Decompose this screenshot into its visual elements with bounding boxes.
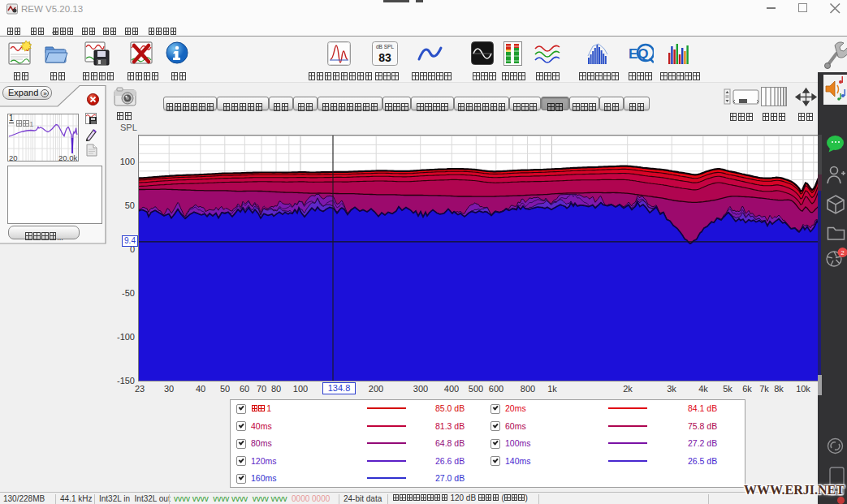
- svg-text:EQ: EQ: [629, 46, 649, 62]
- svg-text:dB SPL: dB SPL: [376, 44, 394, 50]
- svg-text:2: 2: [841, 249, 844, 256]
- svg-text:83: 83: [378, 51, 391, 64]
